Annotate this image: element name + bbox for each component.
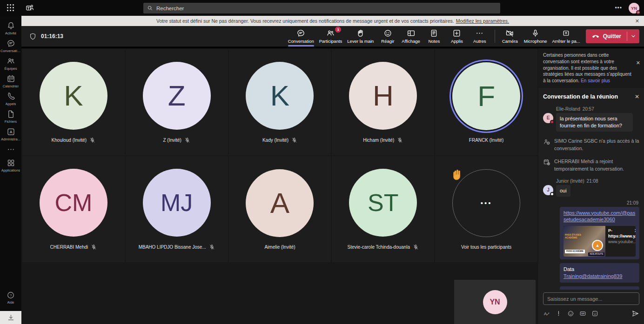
mic-muted-icon (413, 244, 419, 250)
system-message: SIMO Carine SGBC n'a plus accès à la con… (543, 137, 639, 152)
message-time: 21:09 (543, 200, 638, 205)
composer-emoji-button[interactable] (567, 310, 574, 319)
composer-gif-button[interactable]: GIF (579, 310, 586, 319)
sidebar-item-calls[interactable]: Appels (0, 92, 21, 106)
sidebar-item-calendar[interactable]: Calendrier (0, 74, 21, 88)
message-bubble[interactable]: DataTraining@datatraining839 (560, 286, 639, 290)
plus-square-icon (452, 29, 461, 38)
chat-icon (296, 29, 305, 38)
message-bubble[interactable]: https://www.youtube.com/@passetudesacade… (560, 207, 639, 260)
chat-panel-title: Conversation de la réunion (543, 93, 618, 100)
topbar-more-button[interactable]: ••• (615, 5, 622, 11)
sidebar-item-admin[interactable]: AAdministra... (0, 127, 21, 141)
participant-tile[interactable]: KKhouloud (Invité) (22, 49, 125, 155)
admin-icon: A (7, 127, 15, 136)
composer-sticker-button[interactable] (591, 310, 598, 319)
chat-avatar: E (543, 113, 553, 123)
sidebar-item-files[interactable]: Fichiers (0, 110, 21, 124)
participant-tile[interactable]: HHicham (Invité) (332, 49, 434, 155)
message-bubble[interactable]: oui (556, 185, 570, 197)
quit-button[interactable]: Quitter (586, 29, 639, 43)
link-preview-text: ✕P-https://www.y...www.youtube.... (605, 226, 636, 257)
sidebar-item-label: Activité (5, 31, 16, 35)
toolbar-button-label: Notes (428, 39, 440, 44)
notice-close-icon[interactable]: ✕ (636, 60, 640, 66)
toolbar-button-notes[interactable]: Notes (423, 26, 445, 46)
apps-icon (7, 159, 15, 167)
toolbar-button-microphone[interactable]: Microphone (522, 26, 549, 46)
toolbar-button-raise-hand[interactable]: Lever la main (345, 26, 376, 46)
toolbar-button-apps[interactable]: Applis (446, 26, 468, 46)
user-avatar-initials: YN (631, 6, 637, 11)
youtube-link[interactable]: https://www.youtube.com/@passetudesacade… (564, 210, 635, 223)
toolbar-button-stop-share[interactable]: Arrêter le pa... (550, 26, 582, 46)
preview-close-icon[interactable]: ✕ (634, 227, 636, 234)
sidebar-item-label: Conversation (0, 49, 21, 53)
participant-name: Z (Invité) (163, 138, 181, 143)
sidebar-item-help[interactable]: ? Aide (0, 291, 21, 304)
sidebar-item-chat[interactable]: Conversation (0, 39, 21, 53)
quit-options-button[interactable] (627, 29, 639, 43)
sidebar-item-label: Équipes (4, 66, 17, 71)
shield-icon (29, 33, 37, 40)
participant-name-row: MBAHO LIPDJO Bissane Jose... (139, 244, 215, 250)
see-all-circle[interactable]: ••• (452, 169, 520, 237)
user-avatar[interactable]: YN (629, 3, 639, 13)
chat-message-list[interactable]: Elie-Roland 20:57Ela présentation nous s… (538, 103, 644, 290)
message-input-box[interactable] (543, 292, 639, 305)
toolbar-button-view[interactable]: Affichage (400, 26, 422, 46)
smiley-icon (383, 29, 392, 38)
message-bubble[interactable]: la présentation nous sera fournie en fin… (556, 113, 633, 132)
search-input[interactable] (156, 6, 496, 11)
self-view-tile[interactable]: YN (454, 280, 536, 324)
toolbar-button-conversation[interactable]: Conversation (286, 26, 316, 46)
self-avatar-initials: YN (490, 298, 500, 306)
toolbar-button-camera[interactable]: Caméra (499, 26, 521, 46)
toolbar-button-label: Arrêter le pa... (552, 39, 580, 44)
mic-muted-icon (91, 244, 97, 250)
see-all-participants-tile[interactable]: •••Voir tous les participants (435, 156, 537, 262)
participant-tile[interactable]: KKady (Invité) (229, 49, 331, 155)
learn-more-link[interactable]: En savoir plus (581, 78, 610, 83)
system-message-text: CHERRABI Mehdi a rejoint temporairement … (554, 158, 639, 173)
composer-send-button[interactable] (631, 310, 639, 319)
toolbar-button-participants[interactable]: Participants1 (317, 26, 344, 46)
system-message-text: SIMO Carine SGBC n'a plus accès à la con… (554, 137, 639, 152)
toolbar-button-react[interactable]: Réagir (377, 26, 398, 46)
calendar-icon (7, 74, 15, 83)
sidebar-item-teams[interactable]: Équipes (0, 57, 21, 71)
sidebar-item-activity[interactable]: Activité (0, 21, 21, 35)
participant-name: Khouloud (Invité) (52, 138, 87, 143)
composer-format-button[interactable]: A (543, 310, 550, 319)
participant-tile[interactable]: AAimelie (Invité) (229, 156, 331, 262)
participant-tile[interactable]: STStevie-carole Tchinda-douanla (332, 156, 434, 262)
toolbar-button-more[interactable]: Autres (469, 26, 490, 46)
participant-tile[interactable]: CMCHERRABI Mehdi (22, 156, 125, 262)
help-icon: ? (7, 291, 15, 299)
presence-dot (550, 192, 554, 196)
toolbar-button-label: Participants (319, 39, 342, 44)
participant-tile[interactable]: FFRANCK (Invité) (435, 49, 537, 155)
toolbar-button-label: Lever la main (347, 39, 374, 44)
sidebar-item-apps[interactable]: Applications (0, 159, 21, 172)
chat-close-icon[interactable]: ✕ (635, 93, 639, 100)
sidebar-item-more[interactable] (0, 145, 21, 155)
banner-close-icon[interactable]: ✕ (635, 18, 639, 24)
link-preview-card[interactable]: PASS ÉTUDES ACADÉMIE▲PASS ACADÉMIENOS AT… (564, 226, 636, 257)
teams-meeting-window: ••• YN Votre statut est défini sur Ne pa… (0, 0, 644, 324)
link-preview-url: https://www.y... (608, 234, 636, 239)
banner-settings-link[interactable]: Modifiez les paramètres. (456, 18, 509, 24)
participant-tile[interactable]: ZZ (Invité) (126, 49, 228, 155)
download-app-button[interactable] (0, 311, 21, 324)
participant-tile[interactable]: MJMBAHO LIPDJO Bissane Jose... (126, 156, 228, 262)
message-bubble[interactable]: DataTraining@datatraining839 (560, 263, 639, 283)
message-input[interactable] (547, 296, 635, 302)
thumbnail-brand-text: PASS ÉTUDES ACADÉMIE (565, 233, 584, 239)
file-icon (7, 110, 15, 119)
composer-priority-button[interactable] (555, 310, 562, 319)
search-box[interactable] (143, 3, 500, 13)
participant-name: Aimelie (Invité) (264, 245, 295, 250)
sidebar-item-label: Administra... (1, 137, 20, 141)
app-launcher-button[interactable] (0, 0, 21, 16)
training-link[interactable]: Training@datatraining839 (564, 273, 622, 279)
